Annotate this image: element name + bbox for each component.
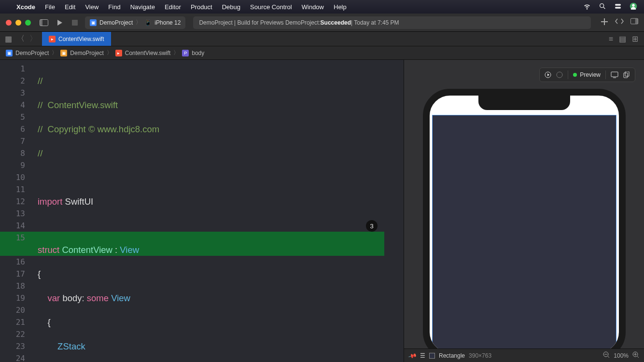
user-avatar-icon[interactable] (630, 2, 637, 12)
line-number: 16 (0, 256, 25, 268)
zoom-in-icon[interactable] (632, 351, 639, 360)
run-button[interactable] (54, 17, 65, 28)
view-hierarchy-icon[interactable]: ☰ (420, 352, 425, 359)
menu-navigate[interactable]: Navigate (130, 3, 155, 11)
code-review-icon[interactable] (615, 18, 624, 28)
bc-folder[interactable]: DemoProject (70, 50, 103, 56)
line-number: 11 (0, 183, 25, 195)
line-number (0, 244, 25, 256)
related-items-icon[interactable]: ▦ (5, 34, 12, 43)
editor-tabbar: ▦ 〈 〉 ▸ ContentView.swift ≡ ▤ ⊞ (0, 32, 644, 46)
menu-editor[interactable]: Editor (165, 3, 181, 11)
element-swatch-icon (429, 353, 435, 359)
svg-point-11 (557, 72, 562, 78)
preview-canvas-rectangle[interactable] (432, 115, 616, 352)
menu-source-control[interactable]: Source Control (250, 3, 292, 11)
zoom-out-icon[interactable] (603, 351, 610, 360)
pin-icon[interactable]: 📌 (408, 351, 418, 361)
code-content[interactable]: // // ContentView.swift // Copyright © w… (38, 63, 404, 362)
nav-forward-icon[interactable]: 〉 (29, 34, 37, 44)
line-number: 6 (0, 123, 25, 135)
close-window-button[interactable] (6, 20, 12, 26)
line-number: 3 (0, 87, 25, 99)
menu-edit[interactable]: Edit (65, 3, 75, 11)
line-number: 19 (0, 292, 25, 304)
device-settings-icon[interactable] (611, 71, 618, 78)
app-name[interactable]: Xcode (16, 3, 35, 11)
control-center-icon[interactable] (614, 2, 622, 12)
project-icon: ▣ (6, 50, 13, 56)
line-number: 8 (0, 147, 25, 159)
menu-view[interactable]: View (85, 3, 98, 11)
main-split: 3 1 2 3 4 5 6 7 8 9 10 11 12 13 14 15 16… (0, 60, 644, 362)
duplicate-preview-icon[interactable] (623, 71, 630, 78)
line-number: 10 (0, 171, 25, 183)
preview-play-button[interactable] (545, 71, 551, 78)
file-tab[interactable]: ▸ ContentView.swift (42, 32, 111, 46)
spotlight-icon[interactable] (599, 2, 606, 12)
status-prefix: DemoProject | Build for Previews DemoPro… (199, 19, 320, 26)
menu-find[interactable]: Find (108, 3, 120, 11)
add-editor-icon[interactable]: ⊞ (632, 34, 638, 43)
line-number: 21 (0, 316, 25, 328)
svg-rect-14 (625, 71, 629, 76)
xcode-toolbar: ▣ DemoProject 〉 📱 iPhone 12 DemoProject … (0, 14, 644, 32)
nav-back-icon[interactable]: 〈 (17, 34, 25, 44)
menu-product[interactable]: Product (191, 3, 212, 11)
line-gutter: 1 2 3 4 5 6 7 8 9 10 11 12 13 14 15 16 1… (0, 60, 31, 362)
chevron-icon: 〉 (52, 49, 57, 57)
add-icon[interactable] (601, 18, 608, 28)
library-icon[interactable] (630, 18, 638, 28)
scheme-selector[interactable]: ▣ DemoProject 〉 📱 iPhone 12 (85, 16, 185, 29)
line-number: 18 (0, 280, 25, 292)
wifi-icon[interactable] (583, 2, 591, 12)
line-number: 14 (0, 220, 25, 232)
editor-options-icon[interactable]: ≡ (609, 35, 613, 43)
svg-point-0 (600, 3, 604, 7)
status-time: | Today at 7:45 PM (351, 19, 399, 26)
line-number: 9 (0, 159, 25, 171)
stop-button[interactable] (70, 17, 80, 28)
scheme-project-label: DemoProject (99, 19, 133, 26)
menu-help[interactable]: Help (334, 3, 347, 11)
scheme-chevron-icon: 〉 (136, 18, 141, 27)
menu-file[interactable]: File (45, 3, 55, 11)
zoom-window-button[interactable] (25, 20, 31, 26)
svg-rect-6 (40, 20, 42, 26)
device-notch (478, 96, 570, 110)
bc-symbol[interactable]: body (192, 50, 204, 56)
svg-rect-12 (611, 72, 618, 77)
menu-window[interactable]: Window (302, 3, 324, 11)
app-icon: ▣ (90, 19, 97, 26)
bc-file[interactable]: ContentView.swift (125, 50, 171, 56)
window-controls (6, 20, 31, 26)
tab-filename: ContentView.swift (58, 36, 104, 42)
line-number: 23 (0, 340, 25, 352)
svg-point-4 (632, 4, 634, 6)
source-editor[interactable]: 3 1 2 3 4 5 6 7 8 9 10 11 12 13 14 15 16… (0, 60, 404, 362)
line-number: 17 (0, 268, 25, 280)
chevron-icon: 〉 (173, 49, 179, 57)
file-icon: ▸ (115, 50, 122, 56)
adjust-editor-icon[interactable]: ▤ (619, 34, 626, 43)
svg-rect-7 (72, 20, 78, 26)
separator (605, 70, 606, 79)
device-icon: 📱 (144, 19, 152, 26)
separator (568, 70, 568, 79)
preview-status[interactable]: Preview (573, 71, 601, 78)
device-frame-wrapper (420, 89, 628, 359)
line-number: 15 (0, 232, 25, 244)
svg-rect-9 (635, 18, 638, 24)
line-number: 22 (0, 328, 25, 340)
line-number: 12 (0, 195, 25, 208)
canvas-preview-pane: Preview 📌 ☰ Rectangle 390×763 100% (404, 60, 644, 362)
preview-footer: 📌 ☰ Rectangle 390×763 100% (404, 348, 644, 362)
zoom-level[interactable]: 100% (614, 352, 629, 359)
bc-project[interactable]: DemoProject (15, 50, 49, 56)
sidebar-toggle-icon[interactable] (39, 17, 49, 28)
preview-variant-button[interactable] (556, 71, 563, 78)
menu-debug[interactable]: Debug (222, 3, 240, 11)
minimize-window-button[interactable] (15, 20, 21, 26)
line-number: 24 (0, 352, 25, 362)
selected-element-name: Rectangle (439, 352, 465, 359)
